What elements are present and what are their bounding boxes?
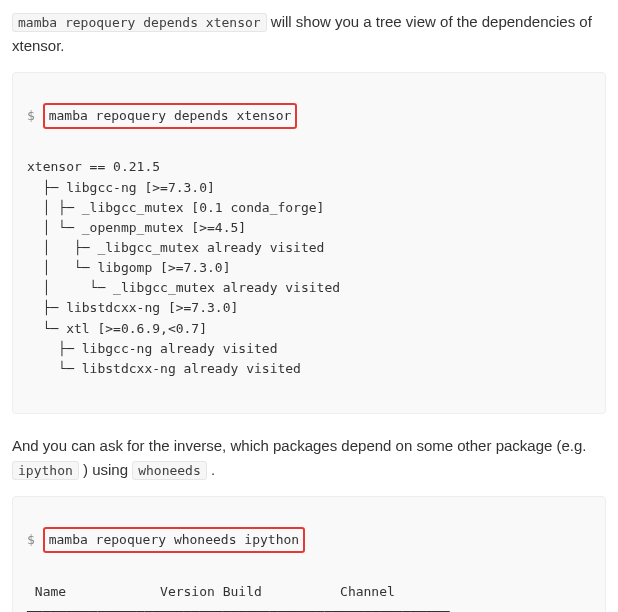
middle-code-whoneeds: whoneeds [132,461,207,480]
prompt-2: $ [27,532,35,547]
cmd-line-1: $ mamba repoquery depends xtensor [27,103,591,129]
prompt-1: $ [27,108,35,123]
intro-code: mamba repoquery depends xtensor [12,13,267,32]
codeblock-whoneeds-body: Name Version Build Channel ─────────────… [27,582,591,612]
codeblock-depends-body: xtensor == 0.21.5 ├─ libgcc-ng [>=7.3.0]… [27,157,591,379]
cmd-highlight-2: mamba repoquery whoneeds ipython [43,527,305,553]
middle-code-ipython: ipython [12,461,79,480]
middle-text-mid: ) using [79,461,132,478]
middle-text-before: And you can ask for the inverse, which p… [12,437,587,454]
cmd-highlight-1: mamba repoquery depends xtensor [43,103,298,129]
codeblock-whoneeds: $ mamba repoquery whoneeds ipython Name … [12,496,606,612]
intro-paragraph: mamba repoquery depends xtensor will sho… [12,10,606,58]
middle-paragraph: And you can ask for the inverse, which p… [12,434,606,482]
middle-text-after: . [207,461,215,478]
cmd-line-2: $ mamba repoquery whoneeds ipython [27,527,591,553]
codeblock-depends: $ mamba repoquery depends xtensor xtenso… [12,72,606,414]
